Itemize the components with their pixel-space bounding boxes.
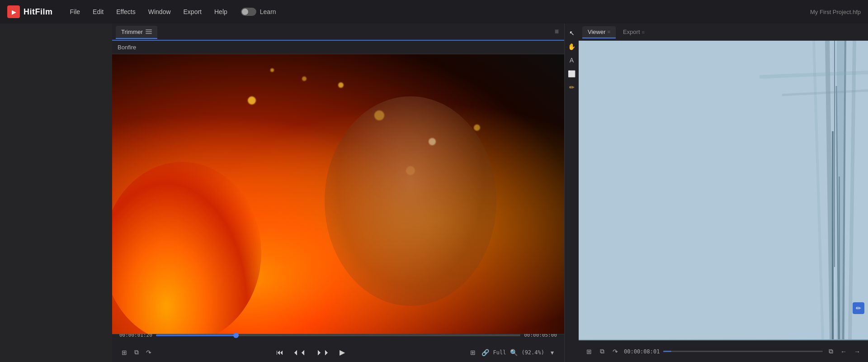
play-pause-button[interactable]: ⏵⏵ (313, 347, 333, 358)
ember (474, 124, 480, 131)
clip-label-bar: Bonfire (112, 41, 564, 54)
viewer-tab-label: Viewer (588, 29, 606, 35)
trimmer-menu-icon[interactable] (146, 29, 152, 34)
person-silhouette (325, 96, 496, 306)
viewer-send-button[interactable]: ↷ (610, 347, 620, 357)
viewer-fit-button[interactable]: ⊞ (584, 347, 594, 357)
pen-tool-button[interactable]: ✏ (566, 81, 578, 93)
progress-track[interactable] (156, 334, 520, 336)
right-toolbar: ↖ ✋ A ⬜ ✏ (564, 24, 579, 362)
link-button[interactable]: 🔗 (481, 348, 491, 357)
svg-rect-7 (832, 131, 834, 339)
svg-rect-0 (579, 41, 868, 339)
left-controls: ⊞ ⧉ ↷ (119, 347, 154, 358)
trimmer-tab-label: Trimmer (121, 29, 143, 35)
menu-window[interactable]: Window (142, 5, 177, 18)
send-button[interactable]: ↷ (144, 347, 154, 358)
viewer-progress-fill (663, 351, 671, 352)
viewer-send2-button[interactable]: ⧉ (826, 346, 835, 357)
viewer-progress-track[interactable] (663, 351, 823, 352)
viewer-time: 00:00:08:01 (624, 348, 660, 355)
trimmer-tabbar: Trimmer ≡ (112, 24, 564, 41)
viewer-tab[interactable]: Viewer ≡ (582, 26, 616, 38)
zoom-icon: 🔍 (509, 348, 519, 357)
progress-fill (156, 334, 236, 336)
hand-tool-button[interactable]: ✋ (566, 41, 578, 52)
trimmer-tab[interactable]: Trimmer (116, 26, 157, 39)
learn-switch[interactable] (241, 8, 256, 16)
viewer-prev-button[interactable]: ← (838, 347, 849, 357)
menu-export[interactable]: Export (177, 5, 208, 18)
app-name: HitFilm (24, 7, 53, 17)
center-panel: Trimmer ≡ Bonfire (112, 24, 564, 362)
viewer-copy-button[interactable]: ⧉ (598, 346, 607, 357)
menubar: HitFilm File Edit Effects Window Export … (0, 0, 868, 24)
transport-controls: ⏮ ⏴⏴ ⏵⏵ ▶ (157, 346, 464, 358)
menu-effects[interactable]: Effects (110, 5, 142, 18)
viewer-tab-menu[interactable]: ≡ (608, 29, 610, 34)
step-back-button[interactable]: ⏴⏴ (290, 347, 310, 358)
viewer-strokes (579, 41, 868, 339)
video-canvas (112, 54, 564, 334)
viewer-next-button[interactable]: → (852, 347, 863, 357)
zoom-dropdown[interactable]: ▾ (547, 348, 557, 357)
crop-tool-button[interactable]: ⬜ (566, 68, 578, 80)
snap-button[interactable]: ⊞ (468, 348, 478, 357)
fit-button[interactable]: ⊞ (119, 347, 129, 358)
main-area: Trimmer ≡ Bonfire (0, 24, 868, 362)
text-tool-button[interactable]: A (566, 54, 578, 66)
ember (338, 82, 344, 88)
export-tab[interactable]: Export ≡ (618, 26, 650, 38)
copy-frame-button[interactable]: ⧉ (132, 347, 141, 358)
export-tab-menu[interactable]: ≡ (642, 29, 645, 35)
learn-toggle[interactable]: Learn (241, 8, 276, 16)
menu-help[interactable]: Help (208, 5, 234, 18)
menu-edit[interactable]: Edit (86, 5, 110, 18)
left-sidebar (0, 24, 112, 362)
project-title: My First Project.hfp (810, 9, 861, 15)
app-logo[interactable]: HitFilm (7, 5, 53, 18)
viewer-panel: Viewer ≡ Export ≡ (579, 24, 868, 362)
export-tab-label: Export (623, 29, 640, 35)
ember (248, 96, 256, 105)
right-controls: ⊞ 🔗 Full 🔍 (92.4%) ▾ (468, 348, 557, 357)
viewer-tabbar: Viewer ≡ Export ≡ (579, 24, 868, 41)
play-forward-button[interactable]: ▶ (337, 346, 348, 358)
zoom-label: Full (493, 349, 506, 356)
zoom-pct: (92.4%) (521, 349, 544, 356)
viewer-right-controls: ⧉ ← → (826, 346, 863, 357)
trimmer-options-button[interactable]: ≡ (553, 26, 561, 38)
logo-icon (7, 5, 20, 18)
ember (270, 68, 274, 72)
progress-handle[interactable] (233, 333, 239, 338)
skip-to-start-button[interactable]: ⏮ (274, 347, 286, 358)
controls-row: ⊞ ⧉ ↷ ⏮ ⏴⏴ ⏵⏵ ▶ ⊞ 🔗 Full 🔍 (92.4%) ▾ (119, 346, 557, 358)
select-tool-button[interactable]: ↖ (566, 27, 578, 39)
viewer-edit-icon[interactable]: ✏ (853, 302, 864, 314)
svg-rect-9 (839, 176, 840, 339)
menu-file[interactable]: File (64, 5, 87, 18)
learn-label: Learn (260, 8, 276, 15)
clip-name: Bonfire (118, 44, 136, 51)
playback-bar: 00:00:01:20 00:00:05:00 ⊞ ⧉ ↷ ⏮ ⏴⏴ ⏵⏵ ▶ (112, 334, 564, 362)
video-preview (112, 54, 564, 334)
viewer-preview: ✏ (579, 41, 868, 340)
viewer-bottom-bar: ⊞ ⧉ ↷ 00:00:08:01 ⧉ ← → (579, 340, 868, 362)
